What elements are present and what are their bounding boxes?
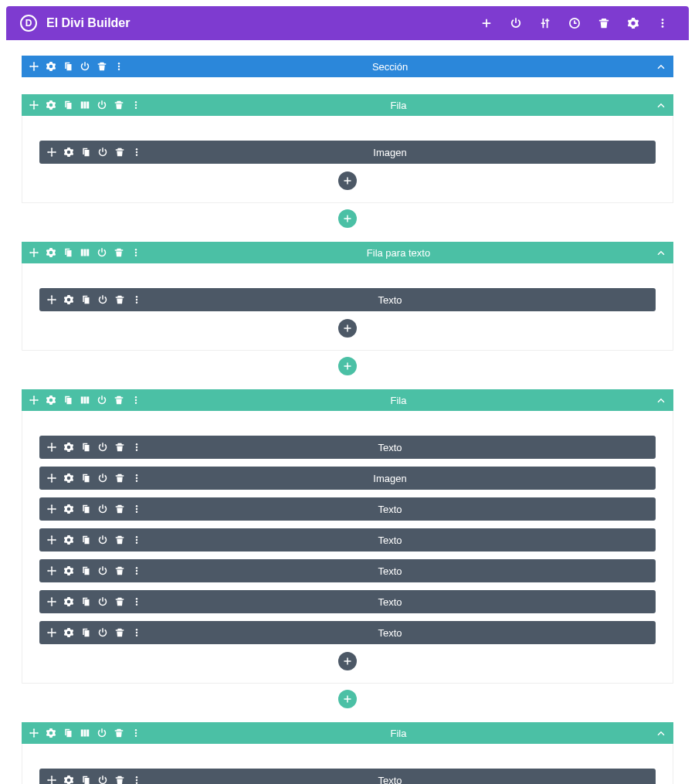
- power-icon[interactable]: [98, 628, 107, 637]
- gear-icon[interactable]: [64, 443, 73, 452]
- columns-icon[interactable]: [80, 248, 90, 257]
- gear-icon[interactable]: [46, 62, 56, 71]
- power-icon[interactable]: [98, 566, 107, 575]
- copy-icon[interactable]: [63, 395, 73, 405]
- module-bar[interactable]: Texto: [39, 769, 656, 784]
- power-icon[interactable]: [98, 295, 107, 304]
- move-icon[interactable]: [47, 628, 56, 637]
- more-icon[interactable]: [132, 473, 141, 483]
- more-icon[interactable]: [132, 535, 141, 545]
- row-bar[interactable]: Fila: [22, 389, 673, 411]
- columns-icon[interactable]: [80, 395, 90, 405]
- trash-icon[interactable]: [114, 248, 124, 257]
- trash-icon[interactable]: [114, 728, 124, 738]
- copy-icon[interactable]: [63, 62, 73, 71]
- collapse-icon[interactable]: [656, 395, 666, 405]
- copy-icon[interactable]: [63, 248, 73, 257]
- power-icon[interactable]: [98, 443, 107, 452]
- gear-icon[interactable]: [64, 535, 73, 545]
- add-row-button[interactable]: [338, 209, 357, 228]
- columns-icon[interactable]: [80, 100, 90, 110]
- move-icon[interactable]: [47, 597, 56, 606]
- gear-icon[interactable]: [46, 100, 56, 110]
- more-icon[interactable]: [132, 776, 141, 784]
- move-icon[interactable]: [47, 443, 56, 452]
- gear-icon[interactable]: [64, 597, 73, 606]
- move-icon[interactable]: [29, 728, 39, 738]
- add-row-button[interactable]: [338, 690, 357, 708]
- move-icon[interactable]: [47, 473, 56, 483]
- copy-icon[interactable]: [81, 566, 90, 575]
- trash-icon[interactable]: [114, 395, 124, 405]
- copy-icon[interactable]: [63, 100, 73, 110]
- copy-icon[interactable]: [81, 148, 90, 157]
- copy-icon[interactable]: [81, 776, 90, 784]
- more-icon[interactable]: [132, 566, 141, 575]
- more-icon[interactable]: [131, 395, 141, 405]
- copy-icon[interactable]: [81, 597, 90, 606]
- gear-icon[interactable]: [64, 295, 73, 304]
- move-icon[interactable]: [47, 776, 56, 784]
- header-more-button[interactable]: [650, 18, 675, 29]
- gear-icon[interactable]: [64, 504, 73, 514]
- more-icon[interactable]: [132, 443, 141, 452]
- gear-icon[interactable]: [64, 628, 73, 637]
- module-bar[interactable]: Texto: [39, 436, 656, 459]
- more-icon[interactable]: [132, 295, 141, 304]
- module-bar[interactable]: Imagen: [39, 467, 656, 490]
- gear-icon[interactable]: [46, 248, 56, 257]
- header-settings-button[interactable]: [621, 18, 646, 29]
- power-icon[interactable]: [98, 597, 107, 606]
- trash-icon[interactable]: [115, 566, 124, 575]
- more-icon[interactable]: [131, 728, 141, 738]
- module-bar[interactable]: Texto: [39, 559, 656, 582]
- copy-icon[interactable]: [81, 295, 90, 304]
- trash-icon[interactable]: [115, 443, 124, 452]
- power-icon[interactable]: [97, 395, 107, 405]
- collapse-icon[interactable]: [656, 248, 666, 257]
- power-icon[interactable]: [98, 535, 107, 545]
- trash-icon[interactable]: [115, 628, 124, 637]
- move-icon[interactable]: [47, 504, 56, 514]
- more-icon[interactable]: [131, 100, 141, 110]
- power-icon[interactable]: [98, 473, 107, 483]
- add-row-button[interactable]: [338, 357, 357, 375]
- trash-icon[interactable]: [115, 504, 124, 514]
- add-module-button[interactable]: [338, 171, 357, 190]
- module-bar[interactable]: Texto: [39, 590, 656, 613]
- columns-icon[interactable]: [80, 728, 90, 738]
- power-icon[interactable]: [98, 148, 107, 157]
- move-icon[interactable]: [47, 566, 56, 575]
- gear-icon[interactable]: [46, 728, 56, 738]
- more-icon[interactable]: [132, 628, 141, 637]
- trash-icon[interactable]: [115, 148, 124, 157]
- power-icon[interactable]: [97, 248, 107, 257]
- copy-icon[interactable]: [81, 443, 90, 452]
- gear-icon[interactable]: [64, 473, 73, 483]
- copy-icon[interactable]: [81, 473, 90, 483]
- module-bar[interactable]: Texto: [39, 621, 656, 644]
- more-icon[interactable]: [132, 148, 141, 157]
- module-bar[interactable]: Texto: [39, 528, 656, 552]
- collapse-icon[interactable]: [656, 100, 666, 110]
- trash-icon[interactable]: [115, 776, 124, 784]
- more-icon[interactable]: [132, 597, 141, 606]
- header-sliders-button[interactable]: [533, 18, 558, 29]
- trash-icon[interactable]: [115, 597, 124, 606]
- trash-icon[interactable]: [97, 62, 107, 71]
- collapse-icon[interactable]: [656, 62, 666, 71]
- header-history-button[interactable]: [562, 18, 587, 29]
- header-trash-button[interactable]: [592, 18, 616, 29]
- copy-icon[interactable]: [81, 535, 90, 545]
- gear-icon[interactable]: [64, 148, 73, 157]
- more-icon[interactable]: [132, 504, 141, 514]
- power-icon[interactable]: [97, 100, 107, 110]
- power-icon[interactable]: [80, 62, 90, 71]
- row-bar[interactable]: Fila: [22, 94, 673, 116]
- copy-icon[interactable]: [63, 728, 73, 738]
- power-icon[interactable]: [98, 504, 107, 514]
- power-icon[interactable]: [97, 728, 107, 738]
- add-module-button[interactable]: [338, 319, 357, 338]
- move-icon[interactable]: [47, 148, 56, 157]
- move-icon[interactable]: [29, 100, 39, 110]
